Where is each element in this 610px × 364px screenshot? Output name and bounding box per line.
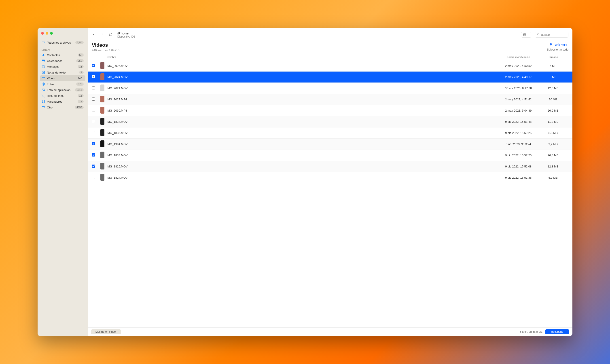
sidebar-item-badge: 876 [76, 82, 83, 86]
thumbnail-icon [100, 163, 104, 169]
file-name: IMG_1825.MOV [106, 165, 496, 168]
svg-point-10 [43, 84, 44, 85]
search-input[interactable] [541, 33, 566, 37]
sidebar-item-label: Mensajes [47, 65, 76, 68]
row-checkbox[interactable] [92, 86, 95, 90]
table-row[interactable]: IMG_1824.MOV9 dic 2022, 15:51:385,9 MB [88, 172, 572, 183]
sidebar-item-hist-de-llam-[interactable]: Hist. de llam.18 [40, 93, 85, 99]
breadcrumb: iPhone Dispositivo iOS [117, 31, 135, 38]
row-checkbox[interactable] [92, 131, 95, 134]
breadcrumb-subtitle: Dispositivo iOS [117, 35, 135, 38]
file-name: IMG_2021.MOV [106, 87, 496, 90]
sidebar-item-badge: 252 [76, 59, 83, 62]
zoom-window-button[interactable] [50, 32, 53, 35]
file-name: IMG_2024.MOV [106, 75, 496, 79]
row-checkbox[interactable] [92, 142, 95, 145]
svg-point-12 [42, 90, 43, 90]
table-row[interactable]: IMG_1833.MOV9 dic 2022, 15:57:2526,8 MB [88, 150, 572, 161]
app-window: Todos los archivos 7,8K Library Contacto… [38, 28, 572, 336]
file-name: IMG_2027.MP4 [106, 98, 496, 101]
thumbnail-icon [100, 96, 104, 102]
show-in-finder-button[interactable]: Mostrar en Finder [91, 329, 121, 334]
sidebar-item-calendarios[interactable]: Calendarios252 [40, 58, 85, 64]
file-name: IMG_1835.MOV [106, 131, 496, 135]
column-header-size[interactable]: Tamaño [541, 56, 565, 59]
svg-point-1 [43, 54, 44, 55]
sidebar-item-marcadores[interactable]: Marcadores12 [40, 99, 85, 104]
sidebar-item-label: Contactos [47, 53, 76, 57]
sidebar-item-badge: 15 [78, 65, 84, 68]
svg-line-17 [539, 35, 539, 36]
sidebar-item-mensajes[interactable]: Mensajes15 [40, 64, 85, 69]
svg-marker-8 [44, 77, 45, 79]
sidebar-item-all-files[interactable]: Todos los archivos 7,8K [40, 39, 85, 45]
sidebar-item-v-deo[interactable]: Vídeo246 [40, 75, 85, 81]
table-row[interactable]: IMG_2027.MP42 may 2023, 4:51:4220 MB [88, 94, 572, 105]
sidebar-item-fotos[interactable]: Fotos876 [40, 81, 85, 87]
sidebar-item-otro[interactable]: Otro4853 [40, 104, 85, 110]
table-row[interactable]: IMG_1834.MOV9 dic 2022, 15:58:4811,8 MB [88, 116, 572, 128]
sidebar-section-label: Library [40, 45, 85, 52]
table-row[interactable]: IMG_2024.MOV2 may 2023, 4:49:175 MB [88, 72, 572, 83]
svg-rect-14 [523, 34, 526, 36]
row-checkbox[interactable] [92, 176, 95, 179]
search-field[interactable] [535, 32, 568, 38]
sidebar-item-foto-de-aplicaci-n[interactable]: Foto de aplicación1513 [40, 87, 85, 93]
row-checkbox[interactable] [92, 153, 95, 156]
drive-icon [42, 41, 45, 44]
svg-point-9 [42, 83, 45, 85]
table-row[interactable]: IMG_1835.MOV9 dic 2022, 15:59:258,3 MB [88, 128, 572, 139]
view-mode-toggle[interactable] [521, 32, 531, 38]
file-size: 5 MB [541, 75, 565, 79]
calendar-icon [42, 59, 45, 63]
sidebar: Todos los archivos 7,8K Library Contacto… [38, 28, 88, 336]
file-name: IMG_1994.MOV [106, 143, 496, 146]
close-window-button[interactable] [41, 32, 44, 35]
thumbnail-icon [100, 129, 104, 136]
column-header-name[interactable]: Nombre [106, 56, 496, 59]
table-row[interactable]: IMG_1825.MOV9 dic 2022, 15:52:0812,8 MB [88, 161, 572, 172]
toolbar: iPhone Dispositivo iOS [88, 28, 572, 40]
column-header-date[interactable]: Fecha modificación [496, 56, 541, 59]
other-icon [42, 105, 45, 109]
table-row[interactable]: IMG_1994.MOV3 abr 2023, 9:53:249,2 MB [88, 139, 572, 150]
sidebar-item-label: Otro [47, 106, 73, 109]
breadcrumb-title: iPhone [117, 31, 135, 35]
sidebar-item-label: Fotos [47, 82, 75, 86]
thumbnail-icon [100, 140, 104, 147]
row-checkbox[interactable] [92, 64, 95, 67]
sidebar-item-label: Vídeo [47, 77, 75, 80]
row-checkbox[interactable] [92, 120, 95, 123]
file-list[interactable]: IMG_2026.MOV2 may 2023, 4:50:525 MBIMG_2… [88, 60, 572, 327]
phone-icon [42, 94, 45, 97]
nav-forward-button[interactable] [100, 32, 105, 38]
sidebar-item-label: Calendarios [47, 59, 75, 63]
minimize-window-button[interactable] [46, 32, 48, 35]
row-checkbox[interactable] [92, 97, 95, 101]
svg-rect-7 [42, 77, 44, 79]
sidebar-item-badge: 1513 [75, 88, 83, 91]
sidebar-item-label: Foto de aplicación [47, 88, 73, 92]
row-checkbox[interactable] [92, 109, 95, 112]
file-name: IMG_2030.MP4 [106, 109, 496, 112]
row-checkbox[interactable] [92, 75, 95, 78]
nav-back-button[interactable] [91, 32, 96, 38]
traffic-lights [40, 32, 85, 35]
select-all-button[interactable]: Seleccionar todo [547, 48, 568, 51]
message-icon [42, 65, 45, 68]
file-size: 26,9 MB [541, 109, 565, 112]
table-row[interactable]: IMG_2026.MOV2 may 2023, 4:50:525 MB [88, 60, 572, 72]
thumbnail-icon [100, 73, 104, 80]
sidebar-item-notas-de-texto[interactable]: Notas de texto4 [40, 69, 85, 75]
thumbnail-icon [100, 152, 104, 158]
file-name: IMG_1824.MOV [106, 176, 496, 179]
sidebar-item-contactos[interactable]: Contactos56 [40, 52, 85, 58]
home-icon[interactable] [109, 32, 113, 37]
note-icon [42, 71, 45, 74]
recover-button[interactable]: Recuperar [545, 329, 569, 334]
footer-status: 5 arch. en 58,8 MB [520, 330, 543, 333]
table-row[interactable]: IMG_2021.MOV30 abr 2023, 8:17:3812,5 MB [88, 83, 572, 94]
row-checkbox[interactable] [92, 165, 95, 168]
table-row[interactable]: IMG_2030.MP42 may 2023, 5:04:3926,9 MB [88, 105, 572, 116]
thumbnail-icon [100, 107, 104, 114]
